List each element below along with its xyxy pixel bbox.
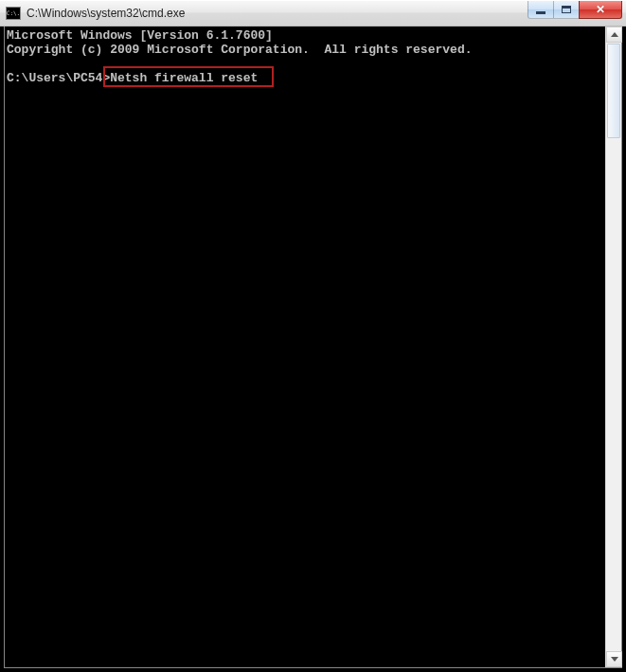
prompt-line: C:\Users\PC54>Netsh firewall reset [7, 71, 258, 85]
chevron-down-icon [611, 657, 618, 662]
window-controls: ✕ [528, 1, 622, 20]
scroll-thumb[interactable] [607, 44, 620, 138]
prompt: C:\Users\PC54> [7, 71, 110, 85]
maximize-button[interactable] [553, 1, 580, 19]
cmd-icon: C:\. [6, 7, 21, 20]
command-text: Netsh firewall reset [110, 71, 258, 85]
copyright-line: Copyright (c) 2009 Microsoft Corporation… [7, 43, 472, 57]
close-button[interactable]: ✕ [579, 1, 622, 19]
version-line: Microsoft Windows [Version 6.1.7600] [7, 28, 273, 43]
cmd-icon-text: C:\. [7, 10, 20, 16]
titlebar[interactable]: C:\. C:\Windows\system32\cmd.exe ✕ [0, 0, 626, 27]
close-icon: ✕ [596, 4, 605, 15]
maximize-icon [562, 6, 571, 13]
minimize-button[interactable] [528, 1, 554, 19]
terminal-output[interactable]: Microsoft Windows [Version 6.1.7600] Cop… [5, 27, 604, 667]
vertical-scrollbar[interactable] [605, 27, 621, 667]
scroll-up-button[interactable] [606, 27, 622, 43]
client-area: Microsoft Windows [Version 6.1.7600] Cop… [4, 27, 622, 668]
cmd-window: C:\. C:\Windows\system32\cmd.exe ✕ Micro… [0, 0, 626, 672]
scroll-down-button[interactable] [606, 651, 622, 667]
minimize-icon [536, 11, 546, 14]
chevron-up-icon [611, 32, 618, 37]
